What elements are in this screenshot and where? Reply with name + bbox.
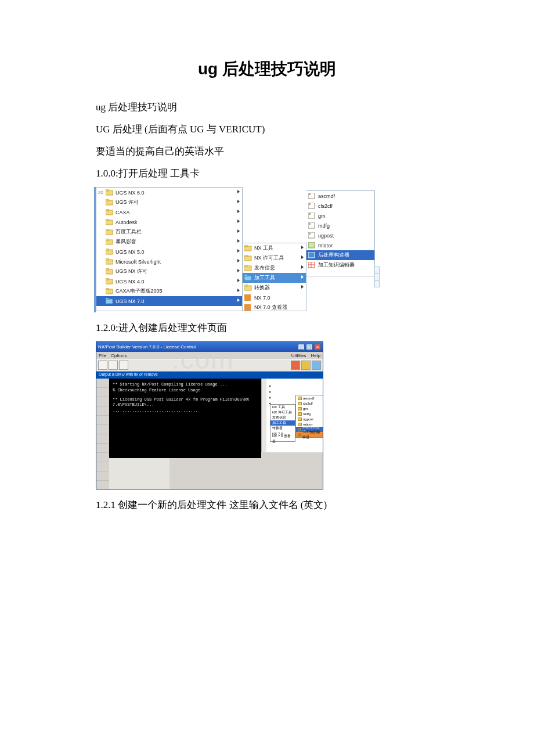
svg-rect-25 [244, 245, 247, 247]
para-2: UG 后处理 (后面有点 UG 与 VERICUT) [96, 120, 438, 139]
folder-icon [106, 249, 113, 255]
minimize-button[interactable]: _ [298, 344, 305, 350]
folder-icon [106, 239, 113, 245]
menu-item[interactable]: UGS NX 5.0 [96, 247, 242, 257]
menu-item[interactable]: CAXA电子图板2005 [96, 286, 242, 296]
menu-column-1: 20UGS NX 6.0 UGS 许可 CAXA Autodesk 百度工具栏 … [96, 187, 243, 311]
folder-icon [244, 255, 252, 261]
svg-rect-41 [309, 213, 311, 215]
menu-item[interactable]: 暴风影音 [96, 237, 242, 247]
menu-item[interactable]: 转换器 [243, 283, 306, 293]
menu-item[interactable]: 加工知识编辑器 [306, 260, 374, 270]
toolbar-button[interactable] [119, 361, 128, 370]
menu-file[interactable]: File [99, 353, 106, 358]
toolbar-button[interactable] [109, 361, 118, 370]
menu-item-highlighted[interactable]: 加工知识编辑器 [296, 432, 323, 437]
menu-item[interactable]: gm [296, 406, 323, 411]
svg-rect-19 [106, 278, 109, 280]
menu-options[interactable]: Options [111, 353, 127, 358]
submenu-1: NX 工具 NX 许可工具 发布信息 加工工具 转换器 NX 7.0 NX 7.… [270, 404, 295, 442]
toolbar [96, 359, 323, 372]
svg-rect-46 [308, 242, 315, 248]
menu-item-post-builder[interactable]: 后处理构造器 [306, 250, 374, 260]
svg-rect-29 [244, 265, 247, 267]
menu-item[interactable]: cls2clf [296, 401, 323, 406]
prompt-icon [308, 193, 316, 199]
menu-item[interactable]: NX 工具 [270, 405, 295, 410]
list-item[interactable] [268, 389, 272, 395]
menu-item[interactable]: Microsoft Silverlight [96, 257, 242, 267]
menu-item[interactable]: ascmdf [296, 395, 323, 401]
screenshot-start-menu: 20UGS NX 6.0 UGS 许可 CAXA Autodesk 百度工具栏 … [96, 187, 376, 312]
menu-item-highlighted[interactable]: UGS NX 7.0 [96, 296, 242, 306]
menu-item[interactable]: ascmdf [306, 191, 374, 201]
svg-rect-33 [244, 285, 247, 286]
svg-rect-27 [244, 255, 247, 257]
folder-icon [244, 285, 252, 291]
svg-rect-37 [309, 193, 311, 195]
menu-item[interactable]: NX 7.0 查看器 [243, 303, 306, 312]
maximize-button[interactable]: □ [306, 344, 313, 350]
list-item[interactable] [268, 383, 272, 389]
menu-item[interactable]: 20UGS NX 6.0 [96, 188, 242, 197]
svg-rect-3 [106, 199, 109, 201]
close-button[interactable]: × [314, 344, 321, 350]
folder-icon [106, 268, 113, 275]
menu-item[interactable]: 发布信息 [270, 415, 295, 420]
folder-icon [106, 298, 113, 304]
menu-item[interactable]: Autodesk [96, 217, 242, 227]
submenu-2: ascmdf cls2clf gm mdfg ugpost mlator 后处理… [295, 395, 323, 438]
scrollbar[interactable] [262, 379, 266, 452]
folder-icon [244, 265, 252, 271]
toolbar-button[interactable] [312, 361, 321, 370]
toolbar-button[interactable] [98, 361, 107, 370]
status-bar: Output a DMU with fix or remove [96, 372, 323, 379]
toolbar-button[interactable] [301, 361, 311, 370]
menu-item[interactable]: 发布信息 [243, 263, 306, 273]
toolbar-button[interactable] [291, 361, 300, 370]
para-5: 1.2.0:进入创建后处理文件页面 [96, 318, 438, 338]
para-3: 要适当的提高自己的英语水平 [96, 142, 438, 161]
prompt-icon [308, 203, 316, 209]
prompt-icon [308, 232, 316, 239]
nx-icon [244, 294, 252, 301]
menu-item[interactable]: NX 7.0 查看器 [270, 436, 295, 441]
folder-icon [106, 209, 113, 215]
svg-rect-45 [309, 233, 311, 235]
menu-item-highlighted[interactable]: 加工工具 [243, 273, 306, 283]
menu-help[interactable]: Help [311, 353, 320, 358]
para-4: 1.0.0:打开后处理 工具卡 [96, 164, 438, 183]
folder-icon [106, 278, 113, 285]
left-sidebar [96, 379, 109, 489]
menu-item[interactable]: ugpost [296, 416, 323, 422]
para-6: 1.2.1 创建一个新的后处理文件 这里输入文件名 (英文) [96, 495, 438, 515]
svg-rect-47 [308, 252, 315, 258]
svg-rect-31 [244, 275, 247, 276]
svg-rect-1 [106, 189, 109, 191]
menu-item[interactable]: cls2clf [306, 201, 374, 211]
menu-item[interactable]: mlator [306, 240, 374, 250]
menu-item[interactable]: ugpost [306, 231, 374, 240]
folder-icon [244, 245, 252, 251]
menu-item[interactable]: UGS NX 4.0 [96, 276, 242, 286]
svg-rect-43 [309, 223, 311, 225]
menu-item[interactable]: CAXA [96, 207, 242, 217]
list-item[interactable] [268, 395, 272, 401]
menu-item[interactable]: mdfg [296, 411, 323, 416]
menu-item[interactable]: gm [306, 211, 374, 221]
menu-item-highlighted[interactable]: 加工工具 [270, 420, 295, 426]
svg-rect-7 [106, 219, 109, 221]
svg-rect-35 [244, 304, 251, 311]
menu-item[interactable]: UGS NX 许可 [96, 267, 242, 276]
menu-item[interactable]: NX 许可工具 [270, 410, 295, 415]
menu-item[interactable]: NX 许可工具 [243, 253, 306, 263]
menu-item[interactable]: 百度工具栏 [96, 227, 242, 237]
nx-icon [244, 304, 252, 311]
menu-item[interactable]: 转换器 [270, 426, 295, 431]
menu-item[interactable]: mdfg [306, 221, 374, 231]
menu-utilities[interactable]: Utilities [291, 353, 306, 358]
menu-item[interactable]: UGS 许可 [96, 197, 242, 207]
menubar: File Options Utilities Help [96, 352, 323, 359]
menu-item[interactable]: NX 工具 [243, 243, 306, 253]
menu-item[interactable]: NX 7.0 [243, 293, 306, 303]
